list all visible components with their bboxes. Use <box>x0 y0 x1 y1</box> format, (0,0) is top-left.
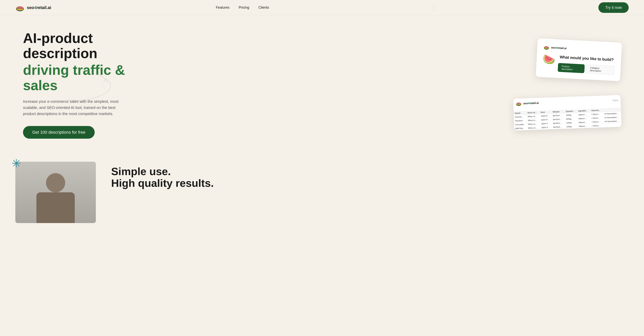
mockup-bottom-logo-text: seo4retail.ai <box>523 102 539 105</box>
hero-section: AI-product description driving traffic &… <box>0 15 644 150</box>
bottom-image-container: ✳ <box>15 162 96 223</box>
nav-link-pricing[interactable]: Pricing <box>239 6 249 10</box>
bottom-title-line2: High quality results. <box>111 177 214 189</box>
svg-rect-4 <box>17 9 23 10</box>
mockup-table: Inputs Sous ca... Nom Marque Quantit... … <box>514 108 622 131</box>
person-body <box>36 192 75 223</box>
mockup-bottom-logo: seo4retail.ai Output <box>513 95 620 108</box>
hero-title-line2: driving traffic & sales <box>23 63 138 93</box>
person-head <box>46 173 65 192</box>
mockup-output-label: Output <box>612 99 618 102</box>
mockup-card-top: seo4retail.ai 🍉 What would you like to b… <box>536 38 622 81</box>
asterisk-icon: ✳ <box>12 158 21 169</box>
hero-subtitle: Increase your e-commerce sales with the … <box>23 98 123 117</box>
try-it-now-button[interactable]: Try it now <box>598 2 629 13</box>
mockup-logo-icon <box>543 44 550 51</box>
person-image <box>15 162 96 223</box>
hero-content: AI-product description driving traffic &… <box>23 31 138 139</box>
logo-icon <box>15 3 24 12</box>
logo-text: seo4retail.ai <box>27 5 51 10</box>
hero-title-line1: AI-product description <box>23 31 138 61</box>
navbar: seo4retail.ai Features Pricing Clients T… <box>0 0 644 15</box>
mockup-watermelon-emoji: 🍉 <box>542 54 556 65</box>
get-descriptions-button[interactable]: Get 100 descriptions for free <box>23 126 95 139</box>
nav-divider <box>434 4 434 12</box>
mockup-top-logo-text: seo4retail.ai <box>551 46 567 50</box>
bottom-title-line1: Simple use. <box>111 166 214 177</box>
mockup-btn-product[interactable]: Product description <box>558 63 585 73</box>
mockup-bottom-logo-icon <box>516 101 522 107</box>
nav-links: Features Pricing Clients <box>216 6 269 10</box>
mockup-question: What would you like to build? <box>558 55 615 62</box>
svg-point-6 <box>20 8 20 8</box>
mockup-buttons: Product description Category description <box>558 63 615 75</box>
bottom-section: ✳ Simple use. High quality results. <box>0 162 644 231</box>
hero-mockups: seo4retail.ai 🍉 What would you like to b… <box>514 41 629 129</box>
mockup-top-logo: seo4retail.ai <box>543 44 616 54</box>
mockup-card-bottom: seo4retail.ai Output Inputs Sous ca... N… <box>513 95 622 131</box>
nav-link-clients[interactable]: Clients <box>258 6 269 10</box>
nav-link-features[interactable]: Features <box>216 6 230 10</box>
logo-container: seo4retail.ai <box>15 3 51 12</box>
mockup-btn-category[interactable]: Category description <box>586 65 614 75</box>
person-silhouette <box>15 162 96 223</box>
nav-right: Try it now <box>598 2 629 13</box>
bottom-text: Simple use. High quality results. <box>111 162 214 189</box>
